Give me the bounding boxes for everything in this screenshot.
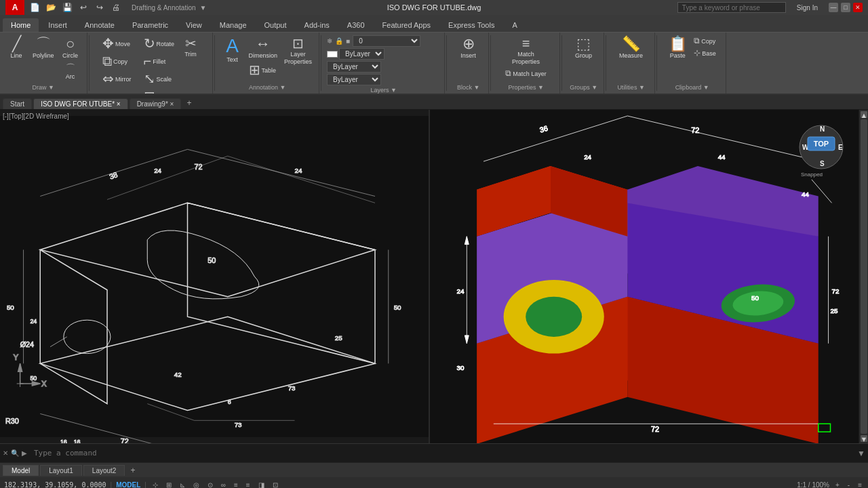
tab-manage[interactable]: Manage xyxy=(212,18,255,32)
svg-text:36: 36 xyxy=(538,124,549,134)
bottom-tabs-bar: Model Layout1 Layout2 + xyxy=(0,462,868,477)
copy-btn[interactable]: ⧉ Copy xyxy=(100,53,140,69)
measure-btn[interactable]: 📏 Measure xyxy=(616,35,646,60)
group-btn[interactable]: ⬚ Group xyxy=(572,35,596,60)
add-layout-btn[interactable]: + xyxy=(126,466,139,475)
layer-properties-btn[interactable]: ⊡ Layer Properties xyxy=(281,35,315,66)
cmd-close-btn[interactable]: ✕ xyxy=(3,449,8,457)
cmd-search-btn[interactable]: 🔍 xyxy=(11,449,19,457)
tab-view[interactable]: View xyxy=(178,18,210,32)
insert-icon: ⊕ xyxy=(462,37,475,52)
rotate-btn[interactable]: ↻ Rotate xyxy=(141,35,178,52)
fillet-btn[interactable]: ⌐ Fillet xyxy=(141,53,178,69)
osnap-btn[interactable]: ⊙ xyxy=(205,481,215,489)
navigation-cube[interactable]: N S E W TOP Snapped xyxy=(797,123,845,171)
tab-parametric[interactable]: Parametric xyxy=(124,18,176,32)
groups-group-label: Groups ▼ xyxy=(570,83,597,91)
tab-layout2[interactable]: Layout2 xyxy=(83,465,125,476)
cmd-arrow-btn[interactable]: ▶ xyxy=(22,449,27,457)
move-btn[interactable]: ✥ Move xyxy=(100,35,140,52)
tab-model[interactable]: Model xyxy=(3,465,39,476)
undo-btn[interactable]: ↩ xyxy=(77,1,90,14)
line-btn[interactable]: ╱ Line xyxy=(4,35,28,60)
tab-drawing9[interactable]: Drawing9* × xyxy=(130,98,182,109)
tab-express[interactable]: Express Tools xyxy=(440,18,502,32)
redo-btn[interactable]: ↪ xyxy=(94,1,106,14)
cmd-dropdown-btn[interactable]: ▼ xyxy=(857,449,865,458)
tab-a[interactable]: A xyxy=(504,18,525,32)
ribbon-group-modify: ✥ Move ⧉ Copy ⇔ Mirror ↔ Stretch ↻ xyxy=(91,33,213,94)
color-select[interactable]: ByLayer xyxy=(339,48,384,60)
svg-text:24: 24 xyxy=(295,167,302,174)
dynmode-btn[interactable]: ≡ xyxy=(232,481,240,489)
customization-btn[interactable]: ≡ xyxy=(856,481,864,489)
layer-select[interactable]: 0 xyxy=(353,35,420,47)
grid-btn[interactable]: ⊞ xyxy=(164,481,174,489)
tab-addins[interactable]: Add-ins xyxy=(296,18,338,32)
save-btn[interactable]: 💾 xyxy=(61,1,73,14)
lineweight-btn[interactable]: ≡ xyxy=(244,481,252,489)
group-label: Group xyxy=(575,52,592,59)
zoom-out-btn[interactable]: - xyxy=(846,481,852,489)
tab-start[interactable]: Start xyxy=(3,98,32,109)
base-btn[interactable]: ⊹ Base xyxy=(691,47,719,58)
tab-a360[interactable]: A360 xyxy=(339,18,373,32)
dimension-label: Dimension xyxy=(249,52,278,59)
maximize-btn[interactable]: □ xyxy=(841,3,850,12)
vertical-scrollbar[interactable]: ▲ ▼ xyxy=(859,110,868,443)
scroll-thumb[interactable] xyxy=(861,119,867,434)
polyline-btn[interactable]: ⌒ Polyline xyxy=(30,35,57,60)
polyline-icon: ⌒ xyxy=(36,37,51,52)
mirror-btn[interactable]: ⇔ Mirror xyxy=(100,70,140,87)
match-layer-btn[interactable]: ⧉ Match Layer xyxy=(502,68,549,79)
trim-btn[interactable]: ✂ Trim xyxy=(178,35,203,59)
search-input[interactable] xyxy=(677,2,786,13)
status-sep1: | xyxy=(111,481,113,489)
tab-insert[interactable]: Insert xyxy=(40,18,75,32)
array-btn[interactable]: ⊞ Array xyxy=(141,88,178,95)
tab-featured[interactable]: Featured Apps xyxy=(374,18,439,32)
tab-home[interactable]: Home xyxy=(3,18,39,32)
table-btn[interactable]: ⊞ Table xyxy=(246,62,281,78)
workspace-selector[interactable]: Drafting & Annotation xyxy=(132,4,196,12)
zoom-in-btn[interactable]: + xyxy=(833,481,842,489)
arc-btn[interactable]: ⌒ Arc xyxy=(58,62,83,81)
svg-text:50: 50 xyxy=(751,294,759,302)
dimension-btn[interactable]: ↔ Dimension xyxy=(246,35,281,60)
paste-btn[interactable]: 📋 Paste xyxy=(665,35,690,60)
tab-iso-dwg[interactable]: ISO DWG FOR UTUBE* × xyxy=(33,98,128,109)
print-btn[interactable]: 🖨 xyxy=(110,1,122,14)
match-layer-label: Match Layer xyxy=(513,70,547,77)
open-btn[interactable]: 📂 xyxy=(45,1,57,14)
command-input[interactable] xyxy=(31,447,854,459)
scale-btn[interactable]: ⤡ Scale xyxy=(141,70,178,87)
close-btn[interactable]: ✕ xyxy=(853,3,863,12)
scroll-up-btn[interactable]: ▲ xyxy=(861,111,867,118)
polar-btn[interactable]: ◎ xyxy=(191,481,201,489)
text-btn[interactable]: A Text xyxy=(220,35,245,64)
match-properties-btn[interactable]: ≡ Match Properties xyxy=(502,35,549,66)
stretch-btn[interactable]: ↔ Stretch xyxy=(100,88,140,95)
tab-annotate[interactable]: Annotate xyxy=(77,18,123,32)
ortho-btn[interactable]: ⊾ xyxy=(178,481,187,489)
new-tab-btn[interactable]: + xyxy=(182,97,195,109)
utilities-group-label: Utilities ▼ xyxy=(617,83,644,91)
selfilter-btn[interactable]: ⊡ xyxy=(271,481,280,489)
sign-in-btn[interactable]: Sign In xyxy=(797,4,818,12)
new-btn[interactable]: 📄 xyxy=(28,1,41,14)
linetype-select[interactable]: ByLayer xyxy=(327,61,381,73)
scroll-down-btn[interactable]: ▼ xyxy=(861,435,867,442)
titlebar-left: A 📄 📂 💾 ↩ ↪ 🖨 Drafting & Annotation ▼ xyxy=(5,0,206,15)
otrack-btn[interactable]: ∞ xyxy=(219,481,228,489)
block-group-label: Block ▼ xyxy=(457,83,479,91)
snap-btn[interactable]: ⊹ xyxy=(151,481,160,489)
clipboard-copy-btn[interactable]: ⧉ Copy xyxy=(691,35,719,46)
tab-output[interactable]: Output xyxy=(256,18,295,32)
lineweight-select[interactable]: ByLayer xyxy=(327,74,381,85)
circle-btn[interactable]: ○ Circle xyxy=(58,35,83,60)
transparency-btn[interactable]: ◨ xyxy=(256,481,267,489)
tab-layout1[interactable]: Layout1 xyxy=(40,465,82,476)
draw-group-label: Draw ▼ xyxy=(33,83,54,91)
minimize-btn[interactable]: — xyxy=(829,3,838,12)
insert-btn[interactable]: ⊕ Insert xyxy=(456,35,481,60)
